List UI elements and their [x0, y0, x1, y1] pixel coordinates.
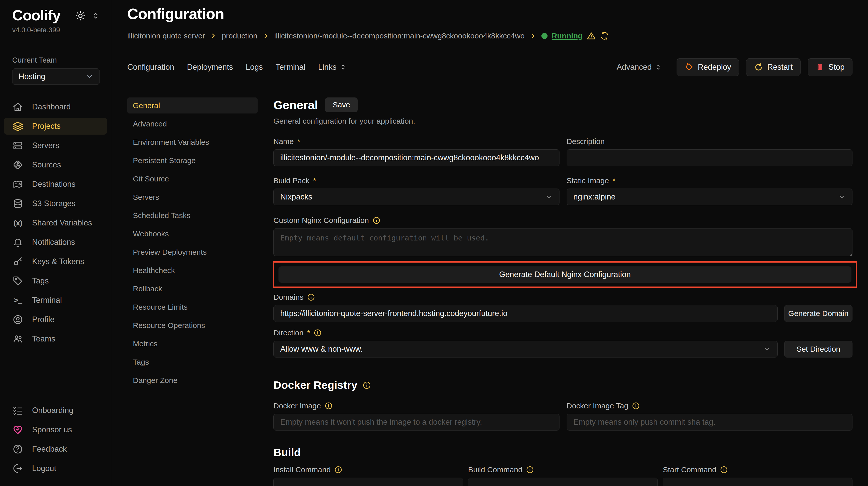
description-input[interactable] — [567, 149, 853, 166]
subnav-healthcheck[interactable]: Healthcheck — [127, 262, 257, 279]
stop-button[interactable]: Stop — [808, 58, 852, 76]
info-icon[interactable] — [363, 381, 371, 390]
subnav-resource-operations[interactable]: Resource Operations — [127, 317, 257, 333]
info-icon[interactable] — [720, 466, 728, 474]
advanced-dropdown[interactable]: Advanced — [617, 63, 662, 72]
layers-icon — [12, 121, 23, 132]
sidebar-item-tags[interactable]: Tags — [4, 272, 107, 289]
info-icon[interactable] — [307, 293, 315, 301]
tab-links[interactable]: Links — [318, 63, 347, 72]
sidebar: Coolify v4.0.0-beta.399 Current Team Hos… — [0, 0, 111, 486]
tab-logs[interactable]: Logs — [246, 63, 263, 72]
subnav-environment-variables[interactable]: Environment Variables — [127, 134, 257, 150]
docker-registry-heading: Docker Registry — [273, 379, 852, 391]
help-circle-icon — [12, 444, 23, 454]
subnav-tags[interactable]: Tags — [127, 354, 257, 370]
sidebar-item-sponsor-us[interactable]: Sponsor us — [4, 421, 107, 438]
breadcrumb-project[interactable]: illicitonion quote server — [127, 32, 205, 40]
subnav-servers[interactable]: Servers — [127, 189, 257, 205]
build-pack-label: Build Pack* — [273, 176, 559, 185]
chevron-down-icon — [763, 345, 771, 353]
sidebar-nav: Dashboard Projects Servers Sources Desti… — [0, 98, 111, 347]
sidebar-item-servers[interactable]: Servers — [4, 137, 107, 154]
app-logo: Coolify — [12, 7, 61, 24]
tab-configuration[interactable]: Configuration — [127, 63, 174, 72]
sidebar-item-s3-storages[interactable]: S3 Storages — [4, 195, 107, 212]
save-button[interactable]: Save — [325, 97, 358, 112]
generate-domain-button[interactable]: Generate Domain — [784, 305, 852, 322]
status-label[interactable]: Running — [552, 32, 583, 40]
name-input[interactable] — [273, 149, 559, 166]
required-marker: * — [313, 176, 316, 185]
subnav-danger-zone[interactable]: Danger Zone — [127, 372, 257, 388]
build-command-input[interactable] — [468, 478, 658, 486]
subnav-git-source[interactable]: Git Source — [127, 171, 257, 187]
sidebar-item-destinations[interactable]: Destinations — [4, 176, 107, 193]
warning-icon[interactable] — [587, 31, 596, 40]
chevron-down-icon — [838, 193, 846, 201]
variable-icon: (x) — [12, 219, 23, 227]
sidebar-item-profile[interactable]: Profile — [4, 311, 107, 328]
sidebar-item-teams[interactable]: Teams — [4, 330, 107, 347]
custom-nginx-textarea[interactable] — [273, 228, 852, 256]
info-icon[interactable] — [334, 466, 342, 474]
theme-switcher-chevrons-icon[interactable] — [92, 12, 100, 20]
subnav-preview-deployments[interactable]: Preview Deployments — [127, 244, 257, 260]
status-dot — [541, 33, 548, 39]
info-icon[interactable] — [632, 402, 640, 410]
subnav-scheduled-tasks[interactable]: Scheduled Tasks — [127, 207, 257, 223]
docker-image-tag-input[interactable] — [567, 414, 853, 430]
tab-deployments[interactable]: Deployments — [187, 63, 233, 72]
subnav-resource-limits[interactable]: Resource Limits — [127, 299, 257, 315]
subnav-general[interactable]: General — [127, 97, 257, 114]
sidebar-item-onboarding[interactable]: Onboarding — [4, 402, 107, 419]
set-direction-button[interactable]: Set Direction — [784, 341, 852, 357]
stop-icon — [815, 63, 824, 71]
page-title: Configuration — [127, 5, 852, 23]
sidebar-item-dashboard[interactable]: Dashboard — [4, 98, 107, 115]
info-icon[interactable] — [372, 216, 380, 224]
build-pack-select[interactable]: Nixpacks — [273, 189, 559, 205]
domains-input[interactable] — [273, 305, 778, 322]
info-icon[interactable] — [526, 466, 534, 474]
info-icon[interactable] — [314, 329, 322, 337]
direction-select[interactable]: Allow www & non-www. — [273, 341, 778, 357]
bell-icon — [12, 237, 23, 248]
tab-bar: Configuration Deployments Logs Terminal … — [127, 58, 852, 76]
subnav-webhooks[interactable]: Webhooks — [127, 226, 257, 242]
subnav-persistent-storage[interactable]: Persistent Storage — [127, 153, 257, 168]
build-command-label: Build Command — [468, 465, 658, 474]
sidebar-item-feedback[interactable]: Feedback — [4, 441, 107, 457]
subnav-metrics[interactable]: Metrics — [127, 336, 257, 352]
static-image-select[interactable]: nginx:alpine — [567, 189, 853, 205]
breadcrumb-environment[interactable]: production — [222, 32, 257, 40]
sidebar-item-terminal[interactable]: >_ Terminal — [4, 292, 107, 309]
chevron-down-icon — [86, 73, 93, 80]
install-command-label: Install Command — [273, 465, 463, 474]
required-marker: * — [297, 137, 300, 146]
theme-sun-icon[interactable] — [75, 11, 86, 21]
team-select[interactable]: Hosting — [12, 68, 100, 85]
install-command-input[interactable] — [273, 478, 463, 486]
restart-button[interactable]: Restart — [746, 58, 801, 76]
tab-terminal[interactable]: Terminal — [276, 63, 306, 72]
chevron-right-icon — [530, 33, 536, 39]
subnav-rollback[interactable]: Rollback — [127, 281, 257, 297]
start-command-input[interactable] — [663, 478, 852, 486]
sidebar-item-sources[interactable]: Sources — [4, 157, 107, 173]
breadcrumb-resource[interactable]: illicitestonion/-module--decomposition:m… — [274, 32, 525, 40]
start-command-label: Start Command — [663, 465, 852, 474]
generate-nginx-config-button[interactable]: Generate Default Nginx Configuration — [278, 266, 851, 283]
redeploy-button[interactable]: Redeploy — [677, 58, 739, 76]
sidebar-item-shared-variables[interactable]: (x) Shared Variables — [4, 215, 107, 231]
sidebar-item-logout[interactable]: Logout — [4, 460, 107, 477]
refresh-icon[interactable] — [600, 31, 609, 40]
info-icon[interactable] — [324, 402, 333, 410]
domains-label: Domains — [273, 293, 852, 301]
sidebar-item-notifications[interactable]: Notifications — [4, 234, 107, 251]
sidebar-item-keys-tokens[interactable]: Keys & Tokens — [4, 253, 107, 270]
subnav-advanced[interactable]: Advanced — [127, 116, 257, 132]
docker-image-input[interactable] — [273, 414, 559, 430]
sidebar-item-projects[interactable]: Projects — [4, 118, 107, 135]
users-icon — [12, 333, 23, 344]
